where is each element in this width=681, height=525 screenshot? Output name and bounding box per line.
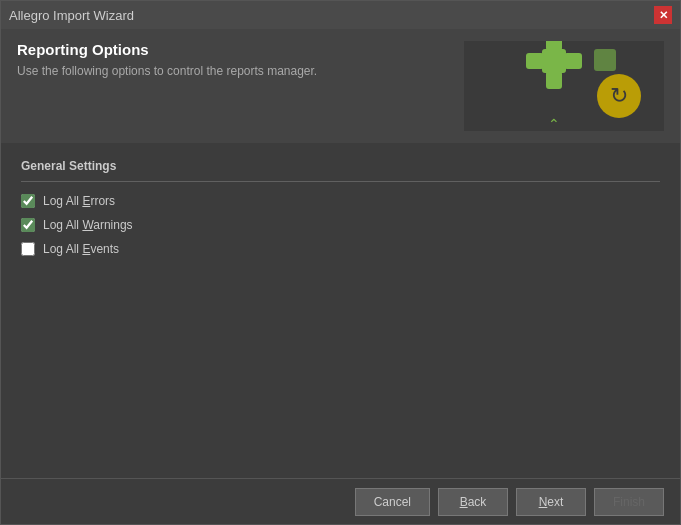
- back-button[interactable]: Back: [438, 488, 508, 516]
- log-errors-checkbox[interactable]: [21, 194, 35, 208]
- header-subtitle: Use the following options to control the…: [17, 64, 464, 78]
- gear-graphic-svg: ↻ ⌃: [464, 41, 664, 131]
- log-errors-label[interactable]: Log All Errors: [43, 194, 115, 208]
- section-divider: [21, 181, 660, 182]
- footer: Cancel Back Next Finish: [1, 478, 680, 524]
- svg-rect-5: [564, 53, 582, 69]
- svg-rect-3: [546, 71, 562, 89]
- log-warnings-checkbox[interactable]: [21, 218, 35, 232]
- content-area: Reporting Options Use the following opti…: [1, 29, 680, 524]
- svg-rect-2: [546, 41, 562, 51]
- cancel-button[interactable]: Cancel: [355, 488, 430, 516]
- svg-rect-6: [594, 49, 616, 71]
- next-underline-indicator: Next: [539, 495, 564, 509]
- log-errors-item: Log All Errors: [21, 194, 660, 208]
- header-text: Reporting Options Use the following opti…: [17, 41, 464, 131]
- log-warnings-item: Log All Warnings: [21, 218, 660, 232]
- log-events-checkbox[interactable]: [21, 242, 35, 256]
- svg-text:↻: ↻: [610, 83, 628, 108]
- finish-button[interactable]: Finish: [594, 488, 664, 516]
- log-events-label[interactable]: Log All Events: [43, 242, 119, 256]
- svg-text:⌃: ⌃: [548, 116, 560, 131]
- header-section: Reporting Options Use the following opti…: [1, 29, 680, 143]
- back-underline-indicator: Back: [460, 495, 487, 509]
- main-content: General Settings Log All Errors Log All …: [1, 143, 680, 478]
- svg-rect-1: [542, 49, 566, 73]
- svg-rect-4: [526, 53, 544, 69]
- close-button[interactable]: ✕: [654, 6, 672, 24]
- header-image: ↻ ⌃: [464, 41, 664, 131]
- title-bar: Allegro Import Wizard ✕: [1, 1, 680, 29]
- wizard-window: Allegro Import Wizard ✕ Reporting Option…: [0, 0, 681, 525]
- log-events-item: Log All Events: [21, 242, 660, 256]
- log-warnings-label[interactable]: Log All Warnings: [43, 218, 133, 232]
- header-title: Reporting Options: [17, 41, 464, 58]
- next-button[interactable]: Next: [516, 488, 586, 516]
- general-settings-label: General Settings: [21, 159, 660, 173]
- window-title: Allegro Import Wizard: [9, 8, 134, 23]
